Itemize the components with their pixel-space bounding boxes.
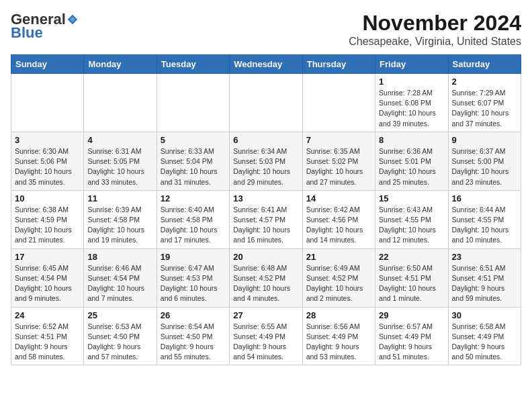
day-info: Sunrise: 6:41 AM Sunset: 4:57 PM Dayligh… — [233, 205, 298, 246]
logo-blue: Blue — [11, 24, 43, 42]
day-info: Sunrise: 6:49 AM Sunset: 4:52 PM Dayligh… — [306, 263, 371, 304]
day-info: Sunrise: 6:38 AM Sunset: 4:59 PM Dayligh… — [15, 205, 80, 246]
day-number: 15 — [379, 193, 444, 203]
calendar-cell: 28Sunrise: 6:56 AM Sunset: 4:49 PM Dayli… — [302, 307, 375, 365]
weekday-header: Thursday — [302, 55, 375, 74]
calendar-week-row: 24Sunrise: 6:52 AM Sunset: 4:51 PM Dayli… — [11, 307, 521, 365]
day-info: Sunrise: 6:36 AM Sunset: 5:01 PM Dayligh… — [379, 146, 444, 187]
calendar-cell — [11, 74, 84, 132]
weekday-header: Friday — [375, 55, 448, 74]
calendar-week-row: 17Sunrise: 6:45 AM Sunset: 4:54 PM Dayli… — [11, 248, 521, 307]
calendar-cell: 19Sunrise: 6:47 AM Sunset: 4:53 PM Dayli… — [157, 248, 229, 307]
calendar-cell: 7Sunrise: 6:35 AM Sunset: 5:02 PM Daylig… — [302, 132, 375, 190]
calendar-cell: 29Sunrise: 6:57 AM Sunset: 4:49 PM Dayli… — [375, 307, 448, 365]
calendar-cell: 27Sunrise: 6:55 AM Sunset: 4:49 PM Dayli… — [230, 307, 302, 365]
calendar-cell: 10Sunrise: 6:38 AM Sunset: 4:59 PM Dayli… — [11, 190, 84, 248]
calendar-cell: 17Sunrise: 6:45 AM Sunset: 4:54 PM Dayli… — [11, 248, 84, 307]
month-title: November 2024 — [349, 11, 521, 36]
day-number: 2 — [452, 77, 517, 87]
day-info: Sunrise: 6:50 AM Sunset: 4:51 PM Dayligh… — [379, 263, 444, 304]
day-number: 25 — [87, 310, 152, 320]
day-number: 19 — [161, 252, 226, 262]
calendar: SundayMondayTuesdayWednesdayThursdayFrid… — [11, 54, 521, 365]
day-info: Sunrise: 6:52 AM Sunset: 4:51 PM Dayligh… — [15, 322, 80, 363]
day-number: 18 — [87, 252, 152, 262]
calendar-cell: 16Sunrise: 6:44 AM Sunset: 4:55 PM Dayli… — [448, 190, 521, 248]
day-number: 7 — [306, 135, 371, 145]
location: Chesapeake, Virginia, United States — [349, 36, 521, 48]
day-info: Sunrise: 6:54 AM Sunset: 4:50 PM Dayligh… — [161, 322, 226, 363]
day-info: Sunrise: 6:51 AM Sunset: 4:51 PM Dayligh… — [452, 263, 517, 304]
calendar-cell — [230, 74, 302, 132]
day-info: Sunrise: 6:44 AM Sunset: 4:55 PM Dayligh… — [452, 205, 517, 246]
calendar-cell: 12Sunrise: 6:40 AM Sunset: 4:58 PM Dayli… — [157, 190, 229, 248]
calendar-cell: 26Sunrise: 6:54 AM Sunset: 4:50 PM Dayli… — [157, 307, 229, 365]
calendar-cell: 1Sunrise: 7:28 AM Sunset: 6:08 PM Daylig… — [375, 74, 448, 132]
calendar-cell — [302, 74, 375, 132]
calendar-cell: 15Sunrise: 6:43 AM Sunset: 4:55 PM Dayli… — [375, 190, 448, 248]
calendar-cell: 11Sunrise: 6:39 AM Sunset: 4:58 PM Dayli… — [84, 190, 157, 248]
day-number: 13 — [233, 193, 298, 203]
day-number: 14 — [306, 193, 371, 203]
calendar-header-row: SundayMondayTuesdayWednesdayThursdayFrid… — [11, 55, 521, 74]
day-number: 27 — [233, 310, 298, 320]
calendar-cell: 2Sunrise: 7:29 AM Sunset: 6:07 PM Daylig… — [448, 74, 521, 132]
day-info: Sunrise: 6:40 AM Sunset: 4:58 PM Dayligh… — [161, 205, 226, 246]
day-number: 26 — [161, 310, 226, 320]
day-info: Sunrise: 6:57 AM Sunset: 4:49 PM Dayligh… — [379, 322, 444, 363]
calendar-cell: 24Sunrise: 6:52 AM Sunset: 4:51 PM Dayli… — [11, 307, 84, 365]
calendar-cell: 20Sunrise: 6:48 AM Sunset: 4:52 PM Dayli… — [230, 248, 302, 307]
day-info: Sunrise: 6:56 AM Sunset: 4:49 PM Dayligh… — [306, 322, 371, 363]
day-info: Sunrise: 6:37 AM Sunset: 5:00 PM Dayligh… — [452, 146, 517, 187]
day-number: 23 — [452, 252, 517, 262]
day-number: 11 — [87, 193, 152, 203]
day-number: 16 — [452, 193, 517, 203]
weekday-header: Wednesday — [230, 55, 302, 74]
calendar-cell: 25Sunrise: 6:53 AM Sunset: 4:50 PM Dayli… — [84, 307, 157, 365]
day-number: 9 — [452, 135, 517, 145]
calendar-cell: 14Sunrise: 6:42 AM Sunset: 4:56 PM Dayli… — [302, 190, 375, 248]
weekday-header: Saturday — [448, 55, 521, 74]
day-info: Sunrise: 7:29 AM Sunset: 6:07 PM Dayligh… — [452, 88, 517, 129]
logo: General Blue — [11, 11, 79, 42]
calendar-cell: 9Sunrise: 6:37 AM Sunset: 5:00 PM Daylig… — [448, 132, 521, 190]
day-info: Sunrise: 6:31 AM Sunset: 5:05 PM Dayligh… — [87, 146, 152, 187]
day-info: Sunrise: 6:47 AM Sunset: 4:53 PM Dayligh… — [161, 263, 226, 304]
calendar-cell: 3Sunrise: 6:30 AM Sunset: 5:06 PM Daylig… — [11, 132, 84, 190]
day-info: Sunrise: 6:42 AM Sunset: 4:56 PM Dayligh… — [306, 205, 371, 246]
day-number: 17 — [15, 252, 80, 262]
logo-icon — [66, 13, 79, 26]
weekday-header: Monday — [84, 55, 157, 74]
calendar-cell: 18Sunrise: 6:46 AM Sunset: 4:54 PM Dayli… — [84, 248, 157, 307]
day-info: Sunrise: 6:43 AM Sunset: 4:55 PM Dayligh… — [379, 205, 444, 246]
day-number: 5 — [161, 135, 226, 145]
day-number: 24 — [15, 310, 80, 320]
calendar-week-row: 1Sunrise: 7:28 AM Sunset: 6:08 PM Daylig… — [11, 74, 521, 132]
day-info: Sunrise: 6:58 AM Sunset: 4:49 PM Dayligh… — [452, 322, 517, 363]
day-info: Sunrise: 6:34 AM Sunset: 5:03 PM Dayligh… — [233, 146, 298, 187]
day-number: 30 — [452, 310, 517, 320]
day-info: Sunrise: 6:53 AM Sunset: 4:50 PM Dayligh… — [87, 322, 152, 363]
day-number: 28 — [306, 310, 371, 320]
day-info: Sunrise: 6:55 AM Sunset: 4:49 PM Dayligh… — [233, 322, 298, 363]
day-number: 22 — [379, 252, 444, 262]
calendar-cell: 23Sunrise: 6:51 AM Sunset: 4:51 PM Dayli… — [448, 248, 521, 307]
day-info: Sunrise: 6:46 AM Sunset: 4:54 PM Dayligh… — [87, 263, 152, 304]
calendar-week-row: 3Sunrise: 6:30 AM Sunset: 5:06 PM Daylig… — [11, 132, 521, 190]
calendar-cell — [84, 74, 157, 132]
day-number: 6 — [233, 135, 298, 145]
calendar-cell: 6Sunrise: 6:34 AM Sunset: 5:03 PM Daylig… — [230, 132, 302, 190]
day-info: Sunrise: 6:48 AM Sunset: 4:52 PM Dayligh… — [233, 263, 298, 304]
calendar-cell: 4Sunrise: 6:31 AM Sunset: 5:05 PM Daylig… — [84, 132, 157, 190]
calendar-cell: 13Sunrise: 6:41 AM Sunset: 4:57 PM Dayli… — [230, 190, 302, 248]
calendar-cell: 30Sunrise: 6:58 AM Sunset: 4:49 PM Dayli… — [448, 307, 521, 365]
day-number: 21 — [306, 252, 371, 262]
weekday-header: Sunday — [11, 55, 84, 74]
day-number: 29 — [379, 310, 444, 320]
day-info: Sunrise: 6:33 AM Sunset: 5:04 PM Dayligh… — [161, 146, 226, 187]
calendar-cell: 8Sunrise: 6:36 AM Sunset: 5:01 PM Daylig… — [375, 132, 448, 190]
day-info: Sunrise: 6:30 AM Sunset: 5:06 PM Dayligh… — [15, 146, 80, 187]
title-block: November 2024 Chesapeake, Virginia, Unit… — [349, 11, 521, 48]
day-number: 20 — [233, 252, 298, 262]
calendar-week-row: 10Sunrise: 6:38 AM Sunset: 4:59 PM Dayli… — [11, 190, 521, 248]
